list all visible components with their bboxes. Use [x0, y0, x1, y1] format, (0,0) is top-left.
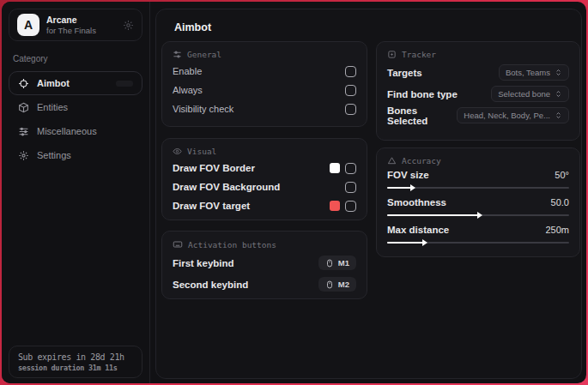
fov-target-color-swatch[interactable]: [330, 201, 340, 211]
fov-size-slider[interactable]: [387, 187, 569, 189]
chevrons-up-down-icon: [555, 69, 562, 76]
fov-target-checkbox[interactable]: [345, 201, 356, 212]
row-label: Visibility check: [173, 104, 233, 114]
app-logo: A: [17, 14, 39, 36]
session-duration-text: session duration 31m 11s: [18, 364, 133, 372]
sidebar: A Arcane for The Finals Category: [2, 2, 150, 383]
row-label: FOV size: [387, 170, 429, 180]
cube-icon: [18, 102, 29, 113]
app-subtitle: for The Finals: [46, 26, 96, 36]
bones-selected-select[interactable]: Head, Neck, Body, Pe...: [457, 107, 569, 123]
row-label: Targets: [387, 68, 422, 78]
chevrons-up-down-icon: [555, 111, 562, 119]
row-label: Find bone type: [387, 89, 458, 99]
chevrons-up-down-icon: [555, 90, 562, 98]
card-tracker: Tracker Targets Bots, Teams Fin: [376, 41, 580, 141]
second-keybind-button[interactable]: M2: [318, 277, 356, 292]
setting-row-fov-background: Draw FOV Background: [173, 177, 356, 196]
setting-row-fov-target: Draw FOV target: [173, 196, 356, 215]
setting-row-find-bone-type: Find bone type Selected bone: [387, 83, 569, 105]
smoothness-slider[interactable]: [387, 214, 569, 216]
sidebar-item-miscellaneous[interactable]: Miscellaneous: [2, 119, 149, 143]
always-checkbox[interactable]: [345, 85, 356, 96]
eye-icon: [173, 147, 182, 156]
card-title: Visual: [187, 147, 216, 156]
setting-row-fov-border: Draw FOV Border: [173, 159, 356, 177]
keybind-value: M2: [338, 280, 349, 289]
slider-fill: [387, 187, 411, 189]
smoothness-value: 50.0: [551, 197, 569, 208]
slider-thumb[interactable]: [422, 239, 427, 246]
max-distance-value: 250m: [545, 225, 569, 235]
keybind-value: M1: [338, 258, 349, 268]
app-header: A Arcane for The Finals: [9, 9, 142, 41]
max-distance-slider[interactable]: [387, 242, 569, 244]
setting-row-smoothness: Smoothness 50.0: [387, 197, 569, 216]
general-icon: [173, 50, 182, 59]
setting-row-fov-size: FOV size 50°: [387, 170, 569, 189]
app-title: Arcane: [46, 15, 96, 26]
card-title: Activation buttons: [188, 240, 276, 250]
sidebar-item-entities[interactable]: Entities: [2, 95, 149, 119]
mouse-icon: [325, 259, 334, 268]
row-label: Always: [173, 85, 203, 95]
gear-icon: [18, 150, 29, 161]
fov-background-checkbox[interactable]: [345, 182, 356, 193]
find-bone-type-select[interactable]: Selected bone: [491, 86, 569, 102]
scan-target-icon: [387, 50, 397, 59]
row-label: Enable: [173, 66, 202, 76]
sidebar-nav: Aimbot Entities Miscellaneou: [2, 71, 149, 167]
visibility-check-checkbox[interactable]: [345, 104, 356, 115]
card-accuracy: Accuracy FOV size 50° Smoothness 50.0: [376, 147, 580, 257]
sidebar-item-label: Aimbot: [37, 78, 70, 88]
row-label: First keybind: [173, 258, 234, 268]
app-window: A Arcane for The Finals Category: [2, 2, 586, 383]
sidebar-item-label: Miscellaneous: [37, 126, 97, 136]
sidebar-item-label: Entities: [37, 102, 68, 112]
crosshair-icon: [18, 78, 29, 89]
mouse-icon: [325, 280, 334, 289]
setting-row-second-keybind: Second keybind M2: [173, 274, 356, 295]
sidebar-item-aimbot[interactable]: Aimbot: [9, 71, 142, 95]
setting-row-first-keybind: First keybind M1: [173, 252, 356, 274]
row-label: Second keybind: [173, 280, 248, 290]
row-label: Draw FOV target: [173, 201, 250, 211]
header-gear-icon[interactable]: [123, 20, 134, 31]
setting-row-enable: Enable: [173, 62, 356, 81]
category-label: Category: [13, 54, 149, 63]
card-general: General Enable Always Visibility check: [161, 41, 367, 127]
triangle-icon: [387, 156, 397, 165]
slider-thumb[interactable]: [477, 212, 482, 219]
fov-size-value: 50°: [555, 170, 569, 180]
setting-row-targets: Targets Bots, Teams: [387, 62, 569, 83]
select-value: Selected bone: [498, 89, 550, 99]
first-keybind-button[interactable]: M1: [318, 256, 356, 270]
card-title: Accuracy: [402, 156, 441, 165]
row-label: Smoothness: [387, 197, 446, 208]
sidebar-item-label: Settings: [37, 150, 71, 160]
sidebar-item-settings[interactable]: Settings: [2, 143, 149, 167]
sub-expiry-text: Sub expires in 28d 21h: [18, 352, 133, 362]
select-value: Bots, Teams: [506, 68, 550, 77]
card-activation-buttons: Activation buttons First keybind M1: [161, 231, 367, 299]
slider-thumb[interactable]: [410, 184, 415, 191]
keyboard-icon: [173, 239, 183, 250]
page-title: Aimbot: [174, 21, 211, 33]
setting-row-max-distance: Max distance 250m: [387, 225, 569, 244]
aimbot-item-hint: [116, 81, 133, 87]
main-panel: Aimbot General Enable Always Visibili: [155, 9, 582, 379]
card-visual: Visual Draw FOV Border Draw FOV Backgrou…: [161, 138, 367, 220]
fov-border-color-swatch[interactable]: [330, 163, 340, 173]
slider-fill: [387, 242, 423, 244]
enable-checkbox[interactable]: [345, 66, 356, 77]
fov-border-checkbox[interactable]: [345, 163, 356, 174]
select-value: Head, Neck, Body, Pe...: [464, 111, 550, 120]
row-label: Max distance: [387, 225, 449, 235]
subscription-info: Sub expires in 28d 21h session duration …: [9, 346, 142, 378]
row-label: Draw FOV Background: [173, 182, 280, 192]
card-title: General: [187, 50, 221, 59]
targets-select[interactable]: Bots, Teams: [499, 64, 569, 81]
row-label: Bones Selected: [387, 105, 457, 126]
setting-row-always: Always: [173, 81, 356, 99]
card-title: Tracker: [402, 50, 436, 59]
